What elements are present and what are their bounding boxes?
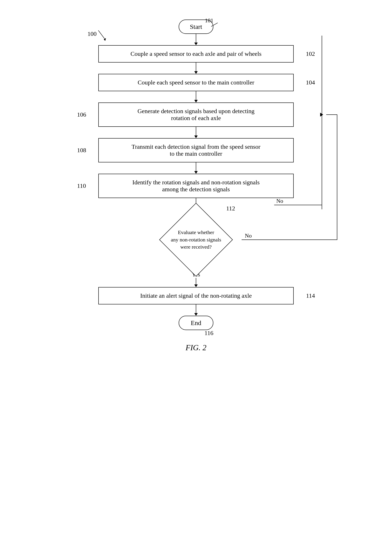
arrow-114-end <box>194 304 198 316</box>
decision-112-node: Evaluate whetherany non-rotation signals… <box>150 209 242 270</box>
step-110-node: Identify the rotation signals and non-ro… <box>98 174 294 198</box>
ref-114: 114 <box>306 292 315 299</box>
step-104-node: Couple each speed sensor to the main con… <box>98 74 294 91</box>
step-106-node: Generate detection signals based upon de… <box>98 102 294 127</box>
end-row: 116 End <box>66 316 326 330</box>
start-row: 101 Start <box>66 20 326 34</box>
no-path-up-svg <box>274 36 326 209</box>
ref-110: 110 <box>77 183 86 189</box>
arrow-112-114 <box>194 278 198 287</box>
decision-112-container: 112 Evaluate whetherany non-rotation sig… <box>66 209 326 270</box>
arrow-start-102 <box>194 34 198 45</box>
end-node: End <box>179 316 213 330</box>
ref-106: 106 <box>77 111 86 118</box>
flowchart-diagram: 100 101 Start 102 Couple a speed sensor … <box>66 13 326 352</box>
step-102-node: Couple a speed sensor to each axle and p… <box>98 45 294 63</box>
arrow-102-104 <box>194 63 198 74</box>
figure-caption: FIG. 2 <box>186 343 206 352</box>
ref-116: 116 <box>204 330 213 336</box>
ref-108: 108 <box>77 147 86 154</box>
step-108-node: Transmit each detection signal from the … <box>98 138 294 162</box>
step-114-row: 114 Initiate an alert signal of the non-… <box>66 287 326 304</box>
arrow-106-108 <box>194 127 198 138</box>
svg-line-2 <box>211 23 218 27</box>
arrow-108-110 <box>194 162 198 174</box>
step-114-node: Initiate an alert signal of the non-rota… <box>98 287 294 304</box>
ref-101-arrow <box>207 22 220 28</box>
arrow-104-106 <box>194 91 198 102</box>
